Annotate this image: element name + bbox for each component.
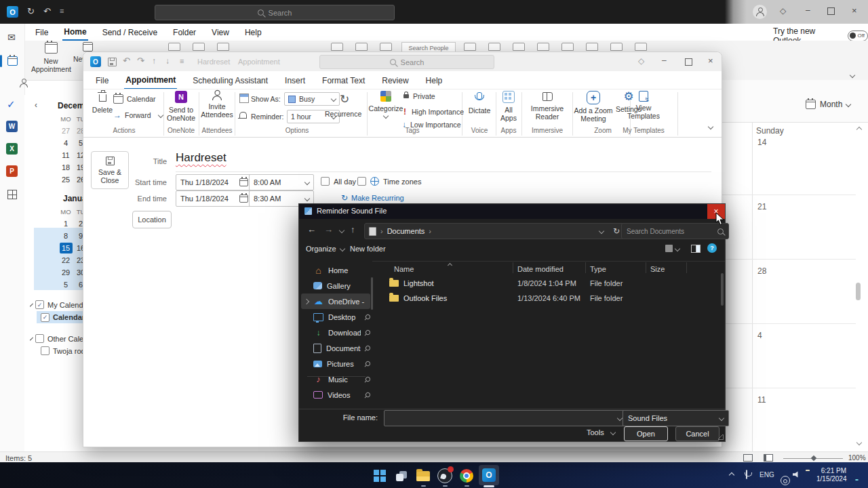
refresh-icon[interactable]: ↻ — [613, 226, 620, 236]
premium-icon[interactable]: ◇ — [638, 56, 644, 66]
date-cell[interactable]: 4 — [757, 331, 762, 340]
new-folder-button[interactable]: New folder — [350, 245, 386, 253]
undo-icon[interactable]: ↶ — [43, 6, 51, 16]
menu-item-view[interactable]: View — [210, 25, 231, 40]
ribbon-button-icon[interactable] — [331, 43, 343, 51]
date-picker-icon[interactable] — [239, 178, 248, 186]
other-calendars-group[interactable]: Other Calendars — [31, 334, 83, 343]
dialog-sidebar-item-onedrive-personal[interactable]: OneDrive - Personal — [301, 293, 370, 309]
file-row[interactable]: Lightshot 1/8/2024 1:04 PM File folder — [375, 276, 714, 291]
scroll-down-icon[interactable] — [856, 440, 862, 445]
zoom-slider-knob[interactable] — [811, 455, 816, 461]
minical-day[interactable]: 30 — [77, 268, 83, 277]
january-title[interactable]: January — [63, 194, 83, 203]
column-type[interactable]: Type — [590, 265, 606, 273]
all-apps-button[interactable]: All Apps — [497, 91, 520, 122]
list-scrollbar-thumb[interactable] — [721, 273, 724, 306]
dialog-search-box[interactable]: Search Documents — [621, 223, 729, 239]
minical-day[interactable]: 12 — [77, 151, 83, 159]
language-indicator[interactable]: ENG — [760, 471, 774, 479]
ribbon-button-icon[interactable] — [355, 43, 368, 51]
calendar-button[interactable]: Calendar — [113, 94, 156, 104]
menu-item-help[interactable]: Help — [243, 25, 263, 40]
sync-icon[interactable]: ↻ — [27, 6, 35, 16]
calendar-rail-icon[interactable] — [7, 56, 18, 66]
minical-day[interactable]: 19 — [77, 163, 83, 171]
column-date-modified[interactable]: Date modified — [517, 265, 564, 273]
search-input[interactable]: Search — [155, 5, 395, 20]
restore-button[interactable] — [827, 7, 835, 15]
dialog-sidebar-item-downloads[interactable]: Downloads — [301, 325, 370, 340]
dialog-sidebar-item-pictures[interactable]: Pictures — [301, 356, 370, 371]
calendar-item-selected[interactable]: ✓ Calendar — [37, 311, 83, 323]
start-button[interactable] — [370, 466, 389, 485]
menu-item-home[interactable]: Home — [62, 24, 87, 41]
dialog-titlebar[interactable]: Reminder Sound File × — [299, 204, 725, 219]
obs-icon[interactable] — [435, 466, 454, 485]
date-picker-icon[interactable] — [239, 195, 248, 203]
tray-mic-icon[interactable] — [746, 470, 747, 479]
title-value[interactable]: Hardreset — [176, 151, 226, 165]
close-button[interactable]: × — [852, 5, 857, 16]
month-view-selector[interactable]: Month — [806, 100, 850, 109]
appointment-search-input[interactable]: Search — [319, 55, 494, 69]
minical-day[interactable]: 23 — [77, 256, 83, 264]
view-mode-icon[interactable] — [743, 454, 753, 462]
minical-day[interactable]: 1 — [64, 220, 68, 228]
send-to-onenote-button[interactable]: N Send to OneNote — [165, 91, 197, 122]
minical-day[interactable]: 5 — [64, 281, 68, 289]
ribbon-button-icon[interactable] — [464, 43, 476, 51]
preview-pane-icon[interactable] — [691, 245, 701, 253]
calendar-checkbox[interactable]: ✓ — [41, 313, 50, 322]
ribbon-button-icon[interactable] — [217, 43, 229, 51]
minical-day[interactable]: 8 — [64, 232, 68, 240]
ribbon-button-icon[interactable] — [537, 43, 549, 51]
minimize-button[interactable]: – — [806, 5, 810, 15]
scroll-up-icon[interactable] — [856, 127, 862, 132]
dictate-button[interactable]: Dictate — [465, 92, 494, 115]
tab-help[interactable]: Help — [425, 73, 444, 89]
column-separator[interactable] — [646, 262, 646, 273]
tools-menu[interactable]: Tools — [587, 428, 615, 436]
ribbon-button-icon[interactable] — [380, 43, 392, 51]
recurrence-label[interactable]: Recurrence — [325, 110, 360, 118]
minical-day[interactable]: 4 — [64, 139, 68, 147]
add-zoom-meeting-button[interactable]: Add a Zoom Meeting — [573, 91, 614, 123]
address-dropdown-icon[interactable] — [599, 228, 604, 234]
dialog-sidebar-item-home[interactable]: Home — [301, 262, 370, 278]
expand-icon[interactable] — [304, 298, 309, 304]
save-close-button[interactable]: Save & Close — [91, 151, 129, 189]
resize-grip[interactable] — [718, 434, 724, 440]
view-options-button[interactable] — [665, 245, 679, 252]
menu-item-send-receive[interactable]: Send / Receive — [101, 25, 159, 40]
zoom-slider[interactable] — [783, 458, 843, 459]
high-importance-button[interactable]: ! High Importance — [403, 107, 464, 117]
dialog-sidebar-item-documents[interactable]: Documents — [301, 340, 370, 356]
minical-day[interactable]: 16 — [77, 244, 83, 252]
more-apps-icon[interactable] — [7, 190, 17, 199]
task-view-button[interactable] — [392, 466, 411, 485]
ribbon-button-icon[interactable] — [610, 43, 623, 51]
column-size[interactable]: Size — [650, 265, 665, 273]
mail-icon[interactable]: ✉ — [7, 32, 16, 43]
ribbon-collapse-icon[interactable] — [850, 73, 855, 78]
menu-item-file[interactable]: File — [34, 25, 50, 40]
up-icon[interactable]: ↑ — [351, 224, 355, 235]
view-mode-icon[interactable] — [764, 454, 773, 462]
speaker-icon[interactable] — [793, 471, 800, 478]
minimize-button[interactable]: – — [662, 56, 667, 65]
minical-day[interactable]: 25 — [62, 176, 70, 184]
column-name[interactable]: Name — [394, 265, 414, 273]
make-recurring-link[interactable]: ↻ Make Recurring — [341, 193, 404, 203]
date-cell[interactable]: 11 — [757, 395, 766, 405]
categorize-button[interactable]: Categorize — [371, 91, 401, 118]
column-separator[interactable] — [513, 262, 513, 273]
date-cell[interactable]: 28 — [757, 266, 766, 276]
minical-day[interactable]: 18 — [62, 163, 70, 171]
file-type-dropdown[interactable]: Sound Files — [623, 410, 729, 426]
file-row[interactable]: Outlook Files 1/13/2024 6:40 PM File fol… — [375, 291, 714, 306]
private-button[interactable]: Private — [403, 92, 435, 100]
sidebar-scrollbar-thumb[interactable] — [371, 277, 373, 310]
chrome-icon[interactable] — [457, 466, 476, 485]
maximize-button[interactable] — [685, 58, 692, 66]
